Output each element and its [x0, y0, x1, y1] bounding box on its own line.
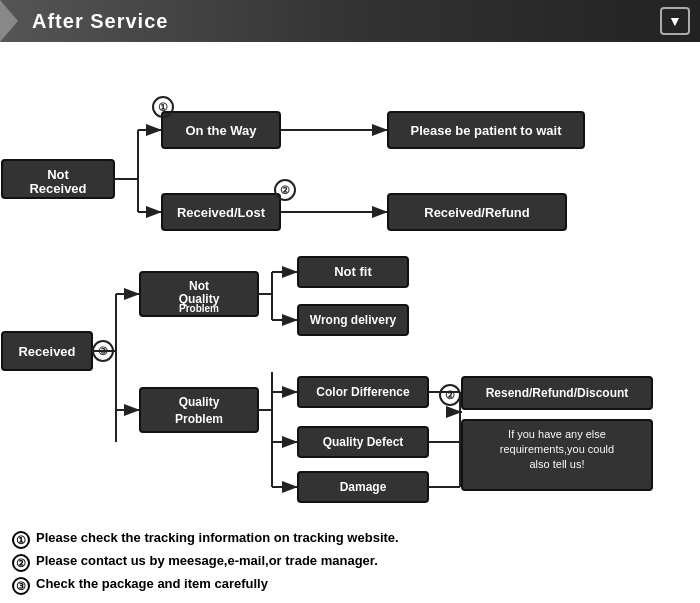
note-1: ① Please check the tracking information …	[12, 530, 688, 549]
svg-text:Quality Defect: Quality Defect	[323, 435, 404, 449]
svg-text:②: ②	[445, 389, 455, 401]
note-3: ③ Check the package and item carefully	[12, 576, 688, 595]
flow-diagram: Not Received On the Way ① Please be pati…	[0, 42, 700, 522]
note-1-text: Please check the tracking information on…	[36, 530, 399, 545]
note-2-text: Please contact us by meesage,e-mail,or t…	[36, 553, 378, 568]
svg-text:also tell us!: also tell us!	[529, 458, 584, 470]
svg-text:Received/Lost: Received/Lost	[177, 205, 266, 220]
svg-text:Wrong delivery: Wrong delivery	[310, 313, 397, 327]
svg-text:②: ②	[280, 184, 290, 196]
svg-text:requirements,you could: requirements,you could	[500, 443, 614, 455]
svg-text:Not: Not	[189, 279, 209, 293]
svg-text:①: ①	[158, 101, 168, 113]
footer-notes: ① Please check the tracking information …	[0, 522, 700, 603]
circle-3: ③	[12, 577, 30, 595]
svg-text:Quality: Quality	[179, 395, 220, 409]
svg-text:If you have any else: If you have any else	[508, 428, 606, 440]
chevron-down-icon: ▼	[668, 13, 682, 29]
note-2: ② Please contact us by meesage,e-mail,or…	[12, 553, 688, 572]
svg-text:Received: Received	[29, 181, 86, 196]
svg-text:Received: Received	[18, 344, 75, 359]
svg-text:Color Difference: Color Difference	[316, 385, 410, 399]
circle-2: ②	[12, 554, 30, 572]
note-3-text: Check the package and item carefully	[36, 576, 268, 591]
dropdown-button[interactable]: ▼	[660, 7, 690, 35]
svg-text:Not fit: Not fit	[334, 264, 372, 279]
svg-text:Resend/Refund/Discount: Resend/Refund/Discount	[486, 386, 629, 400]
circle-1: ①	[12, 531, 30, 549]
header: After Service ▼	[0, 0, 700, 42]
svg-text:On the Way: On the Way	[185, 123, 257, 138]
svg-text:Please be patient to wait: Please be patient to wait	[411, 123, 563, 138]
page-title: After Service	[32, 10, 168, 33]
svg-text:Not: Not	[47, 167, 69, 182]
svg-text:Received/Refund: Received/Refund	[424, 205, 530, 220]
header-decoration	[0, 0, 18, 42]
svg-text:Problem: Problem	[175, 412, 223, 426]
svg-text:Problem: Problem	[179, 303, 219, 314]
svg-text:Damage: Damage	[340, 480, 387, 494]
